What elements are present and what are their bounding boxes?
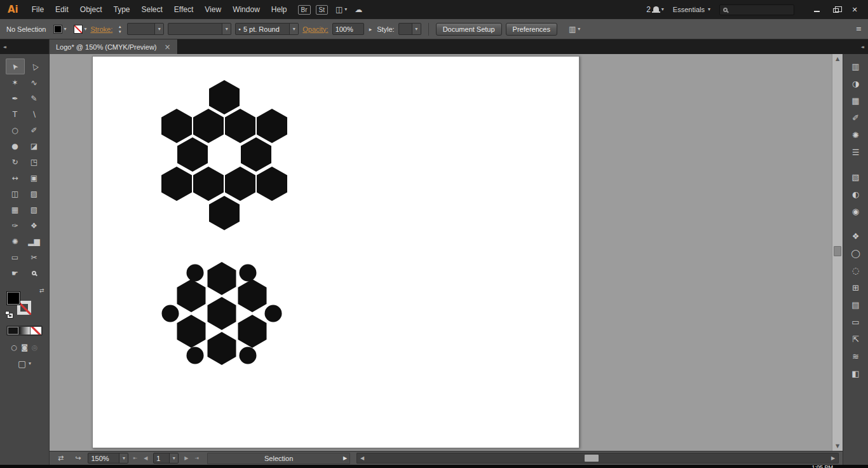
canvas-area[interactable]: ▲ ▼ bbox=[50, 54, 843, 451]
status-nav-icon[interactable]: ⇄ bbox=[53, 454, 68, 462]
hand-tool[interactable]: ☛ bbox=[6, 265, 25, 281]
status-export-icon[interactable]: ↪ bbox=[71, 454, 85, 462]
logo-bottom-hexagon-shape[interactable] bbox=[238, 279, 267, 312]
symbol-sprayer-tool[interactable]: ✺ bbox=[6, 233, 25, 249]
pathfinder-panel-button[interactable]: ◧ bbox=[846, 365, 865, 382]
horizontal-scroll-track[interactable] bbox=[367, 453, 828, 463]
zoom-level-combo[interactable]: 150% ▾ bbox=[88, 453, 128, 464]
column-graph-tool[interactable]: ▂▆ bbox=[25, 233, 44, 249]
type-tool[interactable]: T bbox=[6, 106, 25, 122]
stock-button[interactable]: St bbox=[316, 5, 328, 15]
gradient-panel-button[interactable]: ▧ bbox=[846, 169, 865, 185]
status-flyout-icon[interactable]: ▶ bbox=[343, 455, 347, 461]
menu-file[interactable]: File bbox=[26, 0, 50, 19]
logo-top-hexagon-shape[interactable] bbox=[193, 167, 224, 201]
logo-bottom-hexagon-shape[interactable] bbox=[177, 279, 206, 312]
logo-bottom-hexagon-shape[interactable] bbox=[208, 262, 236, 295]
eraser-tool[interactable]: ◪ bbox=[25, 138, 44, 154]
logo-top-hexagon-shape[interactable] bbox=[225, 167, 255, 201]
blob-brush-tool[interactable]: ● bbox=[6, 138, 25, 154]
kuler-panel-button[interactable]: ◌ bbox=[846, 262, 865, 279]
logo-top-hexagon-shape[interactable] bbox=[209, 80, 240, 114]
menu-type[interactable]: Type bbox=[107, 0, 135, 19]
combo-arrow-button[interactable]: ▾ bbox=[412, 24, 421, 34]
color-mode-button[interactable] bbox=[8, 327, 18, 334]
draw-behind-button[interactable]: ◙ bbox=[21, 343, 28, 352]
transform-panel-button[interactable]: ⇱ bbox=[846, 331, 865, 347]
combo-arrow-button[interactable]: ▾ bbox=[222, 24, 231, 34]
combo-arrow-button[interactable]: ▾ bbox=[154, 24, 163, 34]
app-logo[interactable]: Ai bbox=[8, 4, 18, 15]
tab-close-icon[interactable]: × bbox=[165, 43, 171, 51]
menu-object[interactable]: Object bbox=[74, 0, 108, 19]
brushes-panel-button[interactable]: ✐ bbox=[846, 109, 865, 126]
stroke-link[interactable]: Stroke: bbox=[90, 25, 112, 33]
width-profile-combo[interactable]: ▾ bbox=[168, 23, 231, 35]
stroke-width-stepper[interactable]: ▴ ▾ bbox=[116, 24, 123, 34]
horizontal-scroll-thumb[interactable] bbox=[585, 455, 599, 462]
menu-view[interactable]: View bbox=[199, 0, 227, 19]
logo-bottom-hexagon-shape[interactable] bbox=[208, 332, 236, 365]
stroke-color-control[interactable]: ▾ bbox=[74, 25, 86, 34]
combo-arrow-button[interactable]: ▾ bbox=[119, 453, 128, 463]
shape-builder-tool[interactable]: ◫ bbox=[6, 186, 25, 202]
paintbrush-tool[interactable]: ✐ bbox=[25, 122, 44, 138]
creative-cloud-panel-button[interactable]: ◯ bbox=[846, 245, 865, 261]
logo-top-hexagon-shape[interactable] bbox=[209, 196, 240, 230]
last-artboard-button[interactable]: ⇥ bbox=[193, 455, 201, 461]
logo-top-hexagon-shape[interactable] bbox=[241, 137, 271, 172]
menu-window[interactable]: Window bbox=[227, 0, 266, 19]
logo-bottom-circle-shape[interactable] bbox=[162, 305, 179, 322]
vertical-scroll-track[interactable] bbox=[832, 64, 843, 441]
transparency-panel-button[interactable]: ◐ bbox=[846, 186, 865, 202]
selection-tool[interactable]: ➤ bbox=[6, 59, 25, 74]
logo-bottom-hexagon-shape[interactable] bbox=[208, 297, 236, 330]
logo-top-hexagon-shape[interactable] bbox=[161, 109, 192, 143]
graphic-styles-panel-button[interactable]: ❖ bbox=[846, 228, 865, 244]
ellipse-tool[interactable]: ○ bbox=[6, 122, 25, 138]
minimize-button[interactable] bbox=[807, 0, 826, 19]
restore-button[interactable] bbox=[826, 0, 845, 19]
notifications-button[interactable]: 2 ▾ bbox=[646, 5, 664, 14]
align-options-button[interactable]: ▥ ▾ bbox=[569, 25, 580, 34]
document-setup-button[interactable]: Document Setup bbox=[436, 23, 502, 36]
none-mode-button[interactable] bbox=[31, 327, 41, 334]
artboard-tool[interactable]: ▭ bbox=[6, 249, 25, 265]
fill-color-control[interactable]: ▾ bbox=[53, 25, 66, 34]
scroll-left-button[interactable]: ◀ bbox=[357, 453, 367, 463]
color-guide-panel-button[interactable]: ◑ bbox=[846, 75, 865, 92]
tools-collapse-icon[interactable]: ◂◂ bbox=[3, 45, 5, 50]
workspace-switcher[interactable]: Essentials ▾ bbox=[673, 6, 710, 13]
pen-tool[interactable]: ✒ bbox=[6, 90, 25, 106]
search-input[interactable] bbox=[719, 4, 794, 15]
opacity-link[interactable]: Opacity: bbox=[302, 25, 328, 33]
symbols-panel-button[interactable]: ✺ bbox=[846, 127, 865, 143]
logo-top-hexagon-shape[interactable] bbox=[177, 137, 208, 172]
logo-top-hexagon-shape[interactable] bbox=[225, 109, 255, 143]
logo-top-hexagon-shape[interactable] bbox=[257, 109, 287, 143]
bridge-button[interactable]: Br bbox=[298, 5, 311, 15]
appearance-panel-button[interactable]: ◉ bbox=[846, 203, 865, 219]
line-segment-tool[interactable]: ∖ bbox=[25, 106, 44, 122]
menu-edit[interactable]: Edit bbox=[50, 0, 74, 19]
width-tool[interactable]: ↔ bbox=[6, 170, 25, 186]
brush-definition-combo[interactable]: ● 5 pt. Round ▾ bbox=[235, 23, 299, 35]
free-transform-tool[interactable]: ▣ bbox=[25, 170, 44, 186]
arrange-documents-button[interactable]: ◫ ▾ bbox=[336, 5, 347, 14]
perspective-grid-tool[interactable]: ▨ bbox=[25, 186, 44, 202]
slice-tool[interactable]: ✂ bbox=[25, 249, 44, 265]
combo-arrow-button[interactable]: ▾ bbox=[289, 24, 298, 34]
swap-fill-stroke-icon[interactable]: ⇄ bbox=[39, 287, 44, 294]
logo-bottom-circle-shape[interactable] bbox=[240, 265, 257, 282]
logo-top-hexagon-shape[interactable] bbox=[257, 167, 287, 201]
scroll-up-button[interactable]: ▲ bbox=[832, 54, 843, 64]
horizontal-scrollbar[interactable]: ◀ ▶ bbox=[356, 453, 839, 464]
menu-select[interactable]: Select bbox=[136, 0, 168, 19]
opacity-combo[interactable]: 100% bbox=[332, 23, 364, 35]
layers-panel-button[interactable]: ▤ bbox=[846, 296, 865, 313]
zoom-tool[interactable] bbox=[25, 265, 44, 281]
document-tab[interactable]: Logo* @ 150% (CMYK/Preview) × bbox=[50, 39, 178, 54]
logo-top-hexagon-shape[interactable] bbox=[161, 167, 192, 201]
direct-selection-tool[interactable]: ▷ bbox=[25, 59, 44, 74]
artboard[interactable] bbox=[92, 56, 580, 448]
